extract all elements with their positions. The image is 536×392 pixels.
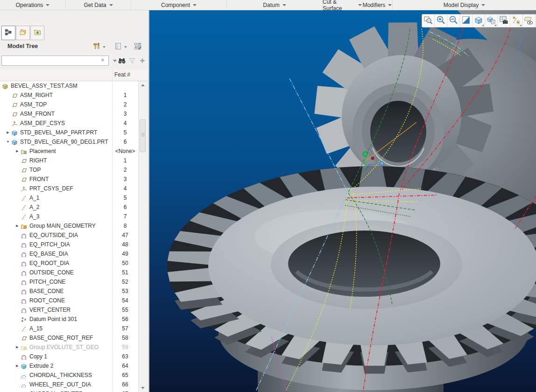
tree-row[interactable]: ▶STD_BEVEL_MAP_PART.PRT5: [0, 128, 138, 137]
zoom-region-icon: [423, 15, 433, 27]
model-tree-tab[interactable]: [1, 26, 15, 40]
tree-row[interactable]: A_37: [0, 212, 138, 221]
tree-item-label: ASM_DEF_CSYS: [20, 119, 65, 128]
expand-arrow[interactable]: ▶: [14, 147, 21, 156]
feat-number: 59: [112, 343, 138, 352]
tree-row[interactable]: WHEEL_REF_OUT_DIA66: [0, 380, 138, 389]
feat-number: 65: [112, 371, 138, 380]
favorites-tab[interactable]: [30, 26, 44, 40]
plane-icon: [11, 111, 18, 118]
zoom-region-button[interactable]: [422, 14, 435, 27]
datum-display-button[interactable]: [510, 14, 523, 27]
tree-row[interactable]: ▶Extrude 264: [0, 361, 138, 371]
tree-row[interactable]: CHORDAL_THICKNESS65: [0, 371, 138, 380]
feat-number: 8: [112, 221, 138, 231]
tree-vertical-scrollbar[interactable]: [138, 81, 146, 392]
scroll-down-button[interactable]: [139, 385, 146, 392]
feat-number: 6: [112, 137, 138, 147]
extrude-icon: [21, 363, 28, 370]
creo-window: OperationsGet DataComponentDatumCut & Su…: [0, 0, 536, 392]
menu-cut-surface[interactable]: Cut & Surface: [322, 0, 362, 10]
tree-row[interactable]: A_15: [0, 193, 138, 203]
clear-search-icon[interactable]: ×: [101, 56, 105, 63]
tree-row[interactable]: EQ_ROOT_DIA50: [0, 259, 138, 268]
tree-row[interactable]: OUTSIDE_CONE51: [0, 268, 138, 277]
tree-row[interactable]: VERT_CENTER55: [0, 305, 138, 315]
menu-component[interactable]: Component: [131, 0, 226, 10]
expand-arrow[interactable]: ▶: [5, 128, 11, 137]
tree-item-label: ROOT_CONE: [29, 296, 65, 305]
scroll-thumb[interactable]: [140, 119, 146, 152]
view-manager-button[interactable]: [498, 14, 510, 27]
find-binoculars-icon[interactable]: [118, 56, 126, 65]
chevron-down-icon[interactable]: [103, 46, 106, 48]
tree-row[interactable]: A_1557: [0, 324, 138, 333]
tree-item-label: ASM_FRONT: [20, 109, 55, 119]
feat-number: 1: [112, 91, 138, 100]
tree-columns-button[interactable]: [134, 43, 142, 51]
tree-row[interactable]: ▶Placement<None>: [0, 147, 138, 156]
curve-icon: [21, 381, 28, 388]
tree-row[interactable]: RIGHT1: [0, 156, 138, 165]
saved-orientations-button[interactable]: [485, 14, 498, 27]
tree-tools-button[interactable]: [92, 43, 101, 51]
blue-point-marker: [380, 161, 384, 165]
sketch-icon: [21, 260, 28, 267]
tree-row[interactable]: FRONT3: [0, 175, 138, 184]
zoom-out-button[interactable]: [447, 14, 460, 27]
tree-row[interactable]: ASM_DEF_CSYS4: [0, 119, 138, 128]
tree-row[interactable]: A_26: [0, 203, 138, 212]
tree-row[interactable]: PITCH_CONE52: [0, 277, 138, 287]
tree-item-label: BEVEL_ASSY_TEST.ASM: [11, 81, 78, 91]
tree-row[interactable]: ASM_TOP2: [0, 100, 138, 109]
tree-row[interactable]: ▼STD_BVEL_GEAR_90_DEG1.PRT6: [0, 137, 138, 147]
zoom-in-button[interactable]: [435, 14, 447, 27]
tree-row[interactable]: Copy 163: [0, 352, 138, 361]
tree-row[interactable]: ▶Group MAIN_GEOMETRY8: [0, 221, 138, 231]
tree-search-input[interactable]: [1, 56, 109, 66]
tree-settings-button[interactable]: [114, 43, 122, 51]
tree-row[interactable]: EQ_PITCH_DIA48: [0, 240, 138, 249]
expand-arrow[interactable]: ▶: [14, 361, 21, 371]
feat-number: 58: [112, 333, 138, 343]
tree-item-label: VERT_CENTER: [29, 305, 71, 315]
chevron-down-icon: [358, 4, 362, 6]
menu-label: Operations: [16, 2, 43, 8]
collapse-arrow[interactable]: ▼: [5, 137, 11, 147]
repaint-button[interactable]: [460, 14, 473, 27]
tree-row[interactable]: BASE_CONE53: [0, 287, 138, 296]
tree-row[interactable]: TOP2: [0, 165, 138, 175]
expand-arrow[interactable]: ▶: [14, 221, 21, 231]
chevron-down-icon: [109, 4, 113, 6]
tree-row[interactable]: ROOT_CONE54: [0, 296, 138, 305]
tree-row[interactable]: BASE_CONE_ROT_REF58: [0, 333, 138, 343]
tree-row[interactable]: BEVEL_ASSY_TEST.ASM: [0, 81, 138, 91]
curve-icon: [21, 372, 28, 379]
tree-row[interactable]: EQ_BASE_DIA49: [0, 249, 138, 259]
folder-icon: [21, 148, 28, 155]
tree-item-label: OUTSIDE_CONE: [29, 268, 74, 277]
annotation-display-button[interactable]: [523, 14, 536, 27]
tree-row[interactable]: ASM_RIGHT1: [0, 91, 138, 100]
3d-viewport[interactable]: [149, 10, 536, 392]
menu-modifiers[interactable]: Modifiers: [362, 0, 392, 10]
scroll-up-button[interactable]: [139, 82, 146, 89]
menu-get-data[interactable]: Get Data: [65, 0, 131, 10]
menu-datum[interactable]: Datum: [226, 0, 322, 10]
display-style-button[interactable]: [473, 14, 485, 27]
tree-row[interactable]: ▶Group EVOLUTE_ST_GEO59: [0, 343, 138, 352]
filter-funnel-icon[interactable]: [128, 56, 136, 65]
expand-arrow[interactable]: ▶: [14, 343, 21, 352]
feat-number: 49: [112, 249, 138, 259]
add-filter-icon[interactable]: [138, 56, 147, 65]
menu-model-display[interactable]: Model Display: [392, 0, 536, 10]
group-icon: [21, 223, 28, 230]
menu-operations[interactable]: Operations: [0, 0, 65, 10]
tree-row[interactable]: EQ_OUTSIDE_DIA47: [0, 231, 138, 240]
tree-row[interactable]: Datum Point id 30156: [0, 315, 138, 324]
folder-browser-tab[interactable]: [16, 26, 30, 40]
folders-icon: [19, 28, 27, 38]
tree-row[interactable]: ASM_FRONT3: [0, 109, 138, 119]
tree-row[interactable]: PRT_CSYS_DEF4: [0, 184, 138, 193]
chevron-down-icon[interactable]: [124, 46, 127, 48]
